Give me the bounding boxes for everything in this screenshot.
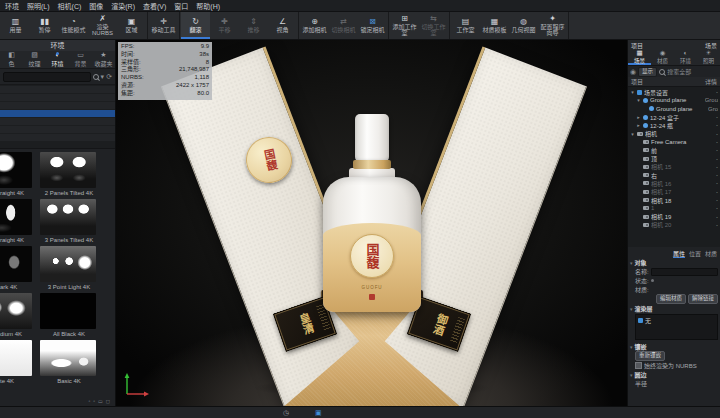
geometry-icon[interactable]: ▣ — [315, 408, 322, 417]
project-tab-label: 材质 — [657, 57, 668, 65]
clock-icon[interactable]: ◷ — [283, 408, 289, 417]
environment-thumbnail[interactable]: 2 Panels Tilted 4K — [40, 152, 98, 199]
thumbnail-label: dium 4K — [0, 331, 32, 337]
expand-arrow-icon[interactable]: ▸ — [636, 114, 641, 120]
library-tab[interactable]: ▨纹理 — [23, 51, 46, 68]
toolbar-button[interactable]: ✗渲染NURBS — [88, 12, 117, 39]
library-tab[interactable]: ◐环境 — [46, 51, 69, 68]
search-icon[interactable] — [93, 74, 99, 80]
library-list-row[interactable] — [0, 86, 115, 93]
library-list-row[interactable] — [0, 134, 115, 141]
project-corner-label: 场景 — [705, 41, 717, 50]
toolbar-button[interactable]: ⊠锁定相机 — [358, 12, 387, 39]
name-input[interactable] — [651, 268, 718, 276]
project-tab[interactable]: ▦场景 — [628, 50, 651, 65]
menu-item[interactable]: 环境 — [5, 1, 19, 11]
section-round-edge: 圆边 — [630, 370, 718, 379]
environment-thumbnail[interactable]: Basic 4K — [40, 340, 98, 387]
view-large-icon[interactable]: ◻ — [106, 398, 110, 404]
toolbar-group: ✛移动工具 — [148, 12, 180, 39]
toolbar-button[interactable]: ∠视角 — [268, 12, 297, 39]
nurbs-checkbox[interactable] — [635, 362, 642, 369]
environment-thumbnail[interactable]: 3 Point Light 4K — [40, 246, 98, 293]
tree-item[interactable]: ▾场景设置- — [628, 88, 720, 96]
tree-item[interactable]: 相机 20- — [628, 221, 720, 229]
library-list-row[interactable] — [0, 110, 115, 117]
view-medium-icon[interactable]: ▫ — [93, 398, 95, 404]
library-list-row[interactable] — [0, 102, 115, 109]
expand-arrow-icon[interactable]: ▾ — [636, 97, 641, 103]
project-tab[interactable]: ◉材质 — [651, 50, 674, 65]
environment-thumbnail[interactable]: dium 4K — [0, 293, 32, 340]
toolbar-button[interactable]: ↻翻滚 — [181, 12, 210, 39]
unlink-material-button[interactable]: 解除链接 — [688, 294, 718, 304]
toolbar-button[interactable]: ◔性能模式 — [59, 12, 88, 39]
toolbar-button[interactable]: ▥用量 — [1, 12, 30, 39]
menu-item[interactable]: 相机(C) — [58, 1, 82, 11]
toolbar-button[interactable]: ◍几何视图 — [509, 12, 538, 39]
tessellation-buttons: 重新镶嵌 — [630, 351, 718, 361]
show-dropdown[interactable]: 显示 — [638, 67, 657, 77]
properties-tab[interactable]: 属性 — [673, 249, 685, 258]
toolbar-button[interactable]: ▣区域 — [117, 12, 146, 39]
tree-item[interactable]: ▾Ground planeGrou — [628, 96, 720, 104]
filter-icon[interactable]: ▾ — [101, 73, 105, 80]
search-input[interactable] — [3, 72, 91, 82]
nurbs-checkbox-label: 始终渲染为 NURBS — [644, 361, 697, 370]
toolbar-button[interactable]: ▤工作室 — [451, 12, 480, 39]
toolbar-button[interactable]: ⇄切换相机 — [329, 12, 358, 39]
project-tab[interactable]: ◐环境 — [674, 50, 697, 65]
toolbar-button[interactable]: ▮▮暂停 — [30, 12, 59, 39]
library-list-row[interactable] — [0, 94, 115, 101]
toolbar-button[interactable]: ✦配置程序向导 — [538, 12, 567, 39]
library-list-row[interactable] — [0, 126, 115, 133]
environment-thumbnail[interactable]: ark 4K — [0, 246, 32, 293]
retessellate-button[interactable]: 重新镶嵌 — [635, 351, 665, 361]
environment-thumbnail[interactable]: raight 4K — [0, 152, 32, 199]
library-list-row[interactable] — [0, 118, 115, 125]
properties-tab[interactable]: 位置 — [689, 249, 701, 258]
expand-arrow-icon[interactable]: ▸ — [636, 122, 641, 128]
properties-tab[interactable]: 材质 — [705, 249, 717, 258]
toolbar-button[interactable]: ⊕添加相机 — [300, 12, 329, 39]
expand-arrow-icon[interactable]: ▾ — [630, 131, 635, 137]
toolbar-button[interactable]: ⇕推移 — [239, 12, 268, 39]
tree-search[interactable]: 搜索全部 — [659, 67, 718, 76]
library-tab[interactable]: ◧色 — [0, 51, 23, 68]
toolbar-button[interactable]: ✛移动工具 — [149, 12, 178, 39]
project-tab[interactable]: ☀照明 — [697, 50, 720, 65]
view-list-icon[interactable]: ▭ — [98, 398, 103, 404]
menu-item[interactable]: 帮助(H) — [196, 1, 220, 11]
render-viewport[interactable]: 国馥 皇清 御酒 国馥 GUOFU FPS:9.9时间:38s采样值:8三角形:… — [116, 40, 627, 406]
environment-thumbnail[interactable]: raight 4K — [0, 199, 32, 246]
thumbnail-image — [40, 199, 96, 235]
edit-material-button[interactable]: 编辑材质 — [656, 294, 686, 304]
environment-thumbnail[interactable]: All Black 4K — [40, 293, 98, 340]
tree-item-detail: Grou — [705, 97, 718, 103]
thumbnail-row: te 4KBasic 4K — [0, 340, 115, 387]
thumbnail-label: raight 4K — [0, 237, 32, 243]
render-layer-item[interactable]: 无 — [636, 315, 717, 325]
toolbar-button-label: 翻滚 — [189, 27, 201, 33]
toolbar-button[interactable]: ⊞添加工作室 — [390, 12, 419, 39]
menu-item[interactable]: 渲染(R) — [111, 1, 135, 11]
environment-thumbnail[interactable]: te 4K — [0, 340, 32, 387]
menu-item[interactable]: 窗口 — [174, 1, 188, 11]
tree-item[interactable]: 相机 18- — [628, 196, 720, 204]
refresh-icon[interactable]: ⟳ — [106, 73, 112, 80]
library-tab[interactable]: ▭背景 — [69, 51, 92, 68]
view-small-icon[interactable]: ▫ — [89, 398, 91, 404]
toolbar-button-label: 暂停 — [38, 27, 50, 33]
expand-all-icon[interactable]: ◉ — [630, 68, 636, 75]
menu-item[interactable]: 图像 — [89, 1, 103, 11]
environment-thumbnail[interactable]: 3 Panels Tilted 4K — [40, 199, 98, 246]
toolbar-button[interactable]: ⇆切换工作室 — [419, 12, 448, 39]
menu-item[interactable]: 查看(V) — [143, 1, 166, 11]
menu-item[interactable]: 照明(L) — [27, 1, 50, 11]
library-tab[interactable]: ★收藏夹 — [92, 51, 115, 68]
plaque-right-text: 御酒 — [428, 311, 450, 337]
toolbar-button[interactable]: ▦材质模板 — [480, 12, 509, 39]
toolbar-button[interactable]: ✚平移 — [210, 12, 239, 39]
expand-arrow-icon[interactable]: ▾ — [630, 89, 635, 95]
tree-item[interactable]: ▾相机- — [628, 129, 720, 137]
